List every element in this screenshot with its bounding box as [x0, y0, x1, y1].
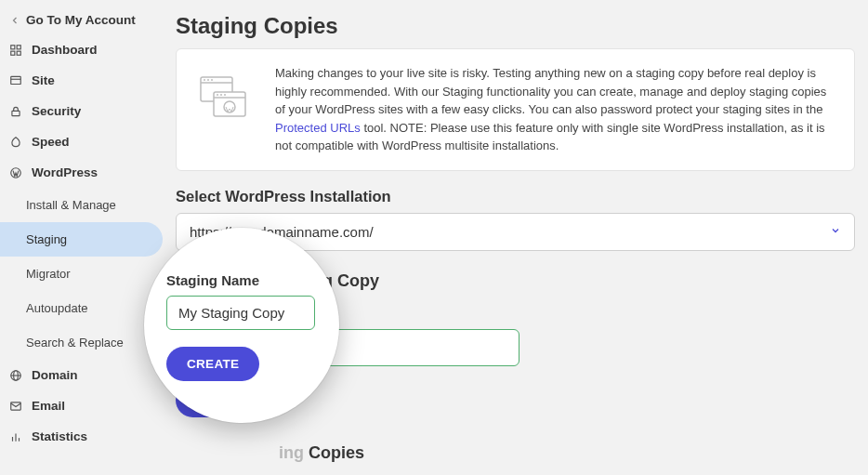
staging-name-label-zoom: Staging Name — [166, 272, 317, 288]
svg-point-24 — [224, 94, 226, 96]
sidebar-item-staging[interactable]: Staging — [0, 222, 163, 257]
globe-icon — [9, 369, 22, 382]
sidebar-label: Domain — [32, 368, 78, 382]
tab-backup[interactable]: Backup — [320, 472, 373, 476]
sidebar-item-autoupdate[interactable]: Autoupdate — [0, 291, 163, 325]
svg-point-19 — [211, 79, 213, 81]
svg-point-17 — [204, 79, 205, 81]
select-install-label: Select WordPress Installation — [176, 188, 855, 205]
sidebar-item-dashboard[interactable]: Dashboard — [0, 34, 163, 65]
chart-icon — [9, 430, 22, 443]
tabs: Staging Copies Backup — [176, 472, 855, 476]
sidebar-item-statistics[interactable]: Statistics — [0, 421, 163, 452]
protected-urls-link[interactable]: Protected URLs — [275, 121, 361, 135]
manage-copies-heading: Manage Staging Copies — [176, 443, 855, 463]
tab-staging-copies[interactable]: Staging Copies — [189, 472, 296, 476]
wordpress-icon — [9, 166, 22, 179]
staging-illustration-icon — [195, 70, 251, 125]
arrow-left-icon — [9, 15, 20, 26]
magnifier-lens: Staging Name Create — [144, 228, 339, 423]
svg-rect-3 — [17, 51, 20, 55]
sidebar-item-security[interactable]: Security — [0, 96, 163, 126]
sidebar-item-email[interactable]: Email — [0, 390, 163, 421]
page-title: Staging Copies — [176, 13, 855, 39]
site-icon — [9, 74, 22, 87]
lock-icon — [9, 105, 22, 118]
sidebar-label: Email — [32, 399, 65, 413]
mail-icon — [9, 400, 22, 413]
back-label: Go To My Account — [26, 13, 136, 27]
sidebar: Go To My Account Dashboard Site Security — [0, 0, 163, 475]
sidebar-label: WordPress — [32, 165, 98, 179]
sidebar-label: Statistics — [32, 429, 87, 443]
sidebar-label: Speed — [32, 135, 70, 149]
speed-icon — [9, 136, 22, 149]
sidebar-item-migrator[interactable]: Migrator — [0, 257, 163, 291]
back-to-account-link[interactable]: Go To My Account — [0, 6, 163, 34]
svg-rect-0 — [11, 45, 15, 48]
sidebar-item-domain[interactable]: Domain — [0, 360, 163, 390]
dashboard-icon — [9, 44, 22, 57]
svg-rect-6 — [12, 111, 20, 115]
sidebar-item-speed[interactable]: Speed — [0, 126, 163, 157]
staging-name-input-zoom[interactable] — [166, 296, 315, 330]
sidebar-label: Security — [32, 104, 81, 118]
sidebar-item-install-manage[interactable]: Install & Manage — [0, 188, 163, 222]
svg-rect-2 — [11, 51, 15, 55]
svg-rect-1 — [17, 45, 20, 48]
sidebar-item-wordpress[interactable]: WordPress — [0, 157, 163, 188]
svg-rect-4 — [11, 76, 21, 84]
svg-point-23 — [220, 94, 222, 96]
info-text-part: Making changes to your live site is risk… — [275, 66, 826, 116]
svg-point-22 — [217, 94, 218, 96]
create-button-zoom[interactable]: Create — [166, 347, 259, 381]
info-text: Making changes to your live site is risk… — [275, 64, 835, 155]
chevron-down-icon — [830, 225, 841, 239]
sidebar-label: Dashboard — [32, 43, 98, 57]
svg-point-18 — [207, 79, 209, 81]
sidebar-item-search-replace[interactable]: Search & Replace — [0, 325, 163, 360]
sidebar-label: Site — [32, 73, 55, 87]
info-box: Making changes to your live site is risk… — [176, 48, 855, 171]
sidebar-item-site[interactable]: Site — [0, 65, 163, 96]
